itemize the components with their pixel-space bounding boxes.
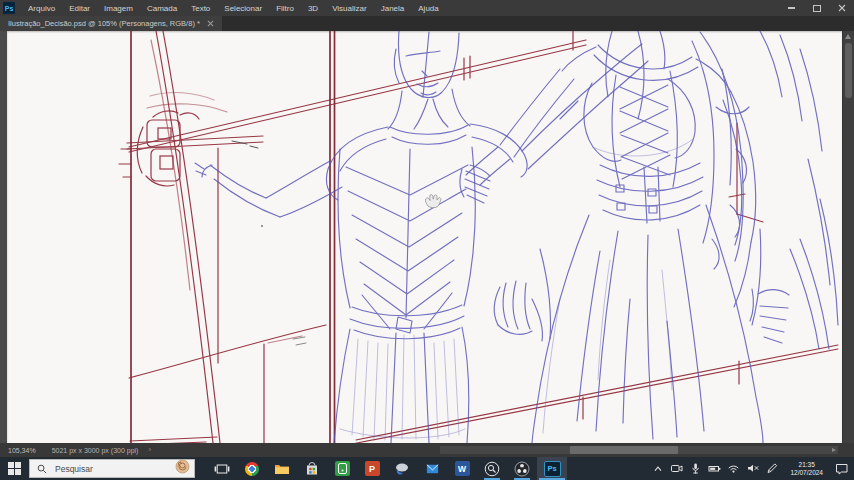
chevron-up-icon [652, 463, 664, 475]
document-canvas[interactable] [7, 31, 843, 443]
taskbar-app-chrome[interactable] [237, 457, 267, 480]
taskbar-app-powerpoint[interactable]: P [357, 457, 387, 480]
file-explorer-icon [274, 461, 290, 477]
system-tray: 21:35 12/07/2024 [650, 461, 854, 476]
hidden-icons-button[interactable] [650, 461, 665, 476]
taskbar-app-word[interactable]: W [447, 457, 477, 480]
document-tab[interactable]: Ilustração_Decisão.psd @ 105% (Personage… [0, 16, 222, 31]
status-expand-icon[interactable]: › [148, 447, 151, 453]
green-app-icon [335, 461, 350, 476]
sketch-female-figure [460, 31, 838, 443]
photoshop-app-icon: Ps [3, 2, 15, 14]
menu-3d[interactable]: 3D [301, 4, 325, 13]
horizontal-scrollbar[interactable] [440, 446, 838, 454]
menu-imagem[interactable]: Imagem [97, 4, 140, 13]
scroll-right-icon[interactable] [832, 448, 836, 452]
meet-now-button[interactable] [669, 461, 684, 476]
powerpoint-icon: P [365, 461, 380, 476]
minimize-button[interactable] [779, 0, 804, 16]
vertical-scrollbar-thumb[interactable] [845, 43, 852, 98]
menu-ajuda[interactable]: Ajuda [411, 4, 445, 13]
clock-time: 21:35 [790, 461, 823, 469]
close-icon [838, 4, 846, 12]
window-controls [779, 0, 854, 16]
menu-filtro[interactable]: Filtro [269, 4, 301, 13]
taskbar-app-paint3d[interactable] [387, 457, 417, 480]
mail-icon [425, 461, 440, 476]
action-center-button[interactable] [834, 461, 849, 476]
document-tabbar: Ilustração_Decisão.psd @ 105% (Personage… [0, 16, 854, 31]
wifi-icon [727, 462, 740, 475]
sketch-smudges [232, 141, 306, 345]
horizontal-scrollbar-thumb[interactable] [570, 446, 678, 454]
microsoft-store-icon [304, 461, 320, 477]
menu-visualizar[interactable]: Visualizar [325, 4, 374, 13]
taskbar-app-screen-search[interactable] [477, 457, 507, 480]
taskbar-clock[interactable]: 21:35 12/07/2024 [790, 461, 823, 476]
document-tab-title: Ilustração_Decisão.psd @ 105% (Personage… [8, 19, 200, 28]
windows-ink-button[interactable] [764, 461, 779, 476]
task-view-button[interactable] [207, 457, 237, 480]
battery-icon [708, 462, 721, 475]
windows-taskbar: P W Ps [0, 457, 854, 480]
sketch-drawing [7, 31, 843, 443]
vertical-scrollbar[interactable] [842, 31, 854, 443]
photoshop-label: Ps [547, 464, 556, 473]
meet-now-icon [670, 462, 683, 475]
microphone-tray-button[interactable] [688, 461, 703, 476]
nautilus-shell-icon[interactable] [175, 459, 190, 478]
close-button[interactable] [829, 0, 854, 16]
menu-selecionar[interactable]: Selecionar [217, 4, 269, 13]
taskbar-app-green[interactable] [327, 457, 357, 480]
magnifier-icon [37, 464, 47, 474]
screen-search-icon [484, 461, 500, 477]
battery-tray-button[interactable] [707, 461, 722, 476]
powerpoint-letter: P [369, 464, 375, 474]
obs-studio-icon [514, 461, 530, 477]
taskbar-app-microsoft-store[interactable] [297, 457, 327, 480]
taskbar-app-obs[interactable] [507, 457, 537, 480]
task-view-icon [214, 461, 230, 477]
taskbar-app-file-explorer[interactable] [267, 457, 297, 480]
clock-date: 12/07/2024 [790, 469, 823, 477]
volume-tray-button[interactable] [745, 461, 760, 476]
chrome-icon [245, 462, 259, 476]
menu-arquivo[interactable]: Arquivo [21, 4, 62, 13]
photoshop-menubar: Ps Arquivo Editar Imagem Camada Texto Se… [0, 0, 854, 16]
restore-icon [813, 5, 821, 12]
action-center-icon [835, 462, 849, 475]
wifi-tray-button[interactable] [726, 461, 741, 476]
volume-muted-icon [746, 462, 759, 475]
zoom-level-field[interactable]: 105,34% [8, 447, 36, 454]
word-letter: W [458, 464, 466, 474]
photoshop-statusbar: 105,34% 5021 px x 3000 px (300 ppi) › [0, 443, 854, 457]
menu-editar[interactable]: Editar [62, 4, 97, 13]
menu-texto[interactable]: Texto [184, 4, 217, 13]
taskbar-search[interactable] [29, 459, 195, 478]
word-icon: W [455, 461, 470, 476]
search-input[interactable] [53, 463, 157, 475]
minimize-icon [788, 7, 795, 9]
hand-tool-cursor [425, 195, 440, 208]
photoshop-icon: Ps [544, 461, 561, 477]
menu-camada[interactable]: Camada [140, 4, 184, 13]
document-info: 5021 px x 3000 px (300 ppi) [52, 447, 139, 454]
desktop: { "titlebar": { "app_logo": "Ps", "menus… [0, 0, 854, 480]
menu-janela[interactable]: Janela [374, 4, 412, 13]
taskbar-app-mail[interactable] [417, 457, 447, 480]
windows-ink-pen-icon [765, 462, 778, 475]
scroll-up-icon[interactable] [845, 34, 851, 39]
restore-button[interactable] [804, 0, 829, 16]
taskbar-app-photoshop[interactable]: Ps [537, 457, 567, 480]
paint-3d-icon [394, 461, 410, 477]
windows-logo-icon [8, 462, 21, 475]
microphone-icon [689, 462, 702, 475]
start-button[interactable] [0, 457, 29, 480]
tab-close-icon[interactable] [207, 20, 214, 27]
